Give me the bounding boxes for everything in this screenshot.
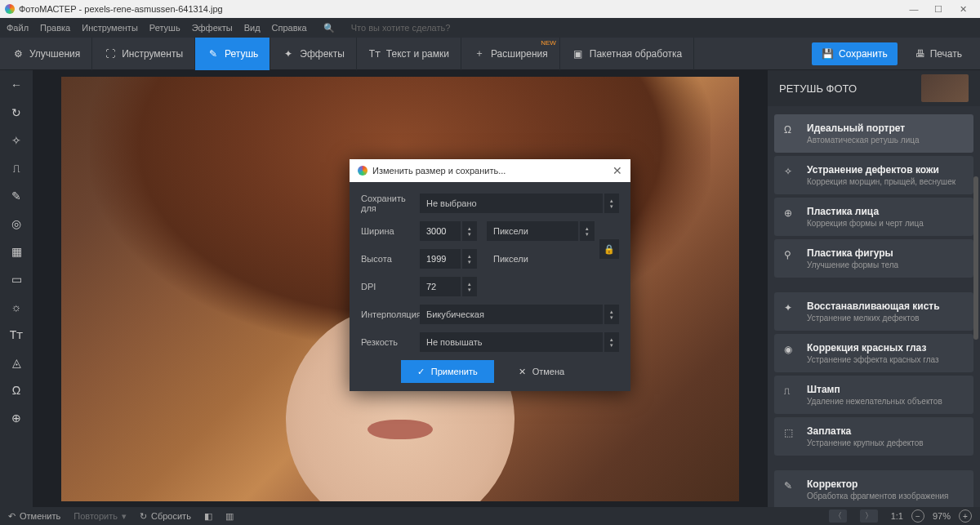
vignette-icon[interactable]: ▭ (8, 271, 24, 287)
spin-interp[interactable] (604, 305, 619, 324)
menu-help[interactable]: Справка (272, 23, 307, 33)
select-save-for[interactable]: Не выбрано (420, 194, 603, 213)
save-button[interactable]: 💾Сохранить (812, 42, 898, 65)
close-window-button[interactable]: ✕ (951, 4, 975, 15)
bucket-icon[interactable]: ◬ (8, 354, 24, 371)
split-icon: ▥ (225, 511, 234, 522)
split-button[interactable]: ▥ (225, 511, 234, 522)
body-icon: ⚲ (784, 249, 799, 264)
label-interp: Интерполяция (361, 309, 420, 319)
lock-aspect-button[interactable]: 🔒 (599, 239, 619, 259)
patch-icon: ⬚ (784, 427, 799, 442)
spin-height[interactable] (462, 249, 477, 269)
select-sharp[interactable]: Не повышать (420, 332, 603, 352)
select-unit-width[interactable]: Пиксели (487, 221, 578, 241)
item-skin-defects[interactable]: ✧Устранение дефектов кожиКоррекция морщи… (774, 156, 973, 194)
tab-extensions[interactable]: ＋РасширенияNEW (461, 38, 560, 70)
brush-tool-icon[interactable]: ✎ (8, 188, 24, 204)
item-patch[interactable]: ⬚ЗаплаткаУстранение крупных дефектов (774, 417, 973, 456)
back-icon[interactable]: ← (8, 77, 24, 93)
eye-icon: ◉ (784, 344, 799, 358)
dialog-logo-icon (358, 166, 368, 176)
input-height[interactable] (420, 249, 461, 269)
menu-file[interactable]: Файл (7, 23, 29, 33)
batch-icon: ▣ (572, 47, 585, 60)
reset-icon: ↻ (140, 511, 147, 522)
tab-retouch[interactable]: ✎Ретушь (195, 38, 270, 70)
brightness-icon[interactable]: ☼ (8, 299, 24, 315)
retouch-list[interactable]: ΩИдеальный портретАвтоматическая ретушь … (768, 106, 980, 507)
menu-bar: Файл Правка Инструменты Ретушь Эффекты В… (0, 18, 980, 38)
minimize-button[interactable]: — (902, 4, 926, 14)
item-body-sculpt[interactable]: ⚲Пластика фигурыУлучшение формы тела (774, 239, 973, 278)
spin-save-for[interactable] (604, 194, 619, 213)
preview-thumb (921, 74, 969, 102)
zoom-out-button[interactable]: − (911, 509, 924, 523)
apply-button[interactable]: ✓Применить (401, 360, 494, 383)
tab-batch[interactable]: ▣Пакетная обработка (560, 38, 694, 70)
spin-dpi[interactable] (462, 277, 477, 296)
dialog-titlebar[interactable]: Изменить размер и сохранить... ✕ (350, 159, 630, 182)
item-stamp[interactable]: ⎍ШтампУдаление нежелательных объектов (774, 376, 973, 414)
save-icon: 💾 (822, 48, 834, 60)
item-ideal-portrait[interactable]: ΩИдеальный портретАвтоматическая ретушь … (774, 114, 973, 153)
globe-icon[interactable]: ⊕ (8, 410, 24, 426)
menu-effects[interactable]: Эффекты (192, 23, 233, 33)
target-icon[interactable]: ◎ (8, 216, 24, 232)
rotate-icon[interactable]: ↻ (8, 105, 24, 121)
unit-height: Пиксели (487, 254, 560, 264)
grid-icon[interactable]: ▦ (8, 243, 24, 260)
next-image-button[interactable]: 〉 (860, 509, 878, 523)
undo-icon: ↶ (8, 511, 16, 522)
input-width[interactable] (420, 221, 461, 241)
window-titlebar: ФотоМАСТЕР - pexels-rene-asmussen-641314… (0, 0, 980, 18)
item-heal-brush[interactable]: ✦Восстанавливающая кистьУстранение мелки… (774, 292, 973, 331)
compare-icon: ◧ (204, 511, 212, 522)
prev-image-button[interactable]: 〈 (829, 509, 847, 523)
maximize-button[interactable]: ☐ (926, 4, 951, 15)
check-icon: ✓ (417, 367, 425, 377)
tab-tools[interactable]: ⛶Инструменты (92, 38, 195, 70)
spin-width[interactable] (462, 221, 477, 241)
spin-sharp[interactable] (604, 332, 619, 352)
spin-unit-width[interactable] (580, 221, 595, 241)
input-dpi[interactable] (420, 277, 461, 296)
zoom-in-button[interactable]: + (959, 509, 972, 523)
sparkle-icon: ✦ (282, 47, 295, 60)
tab-text[interactable]: TᴛТекст и рамки (357, 38, 461, 70)
face-icon[interactable]: Ω (8, 382, 24, 398)
plus-icon: ＋ (473, 47, 486, 60)
print-button[interactable]: 🖶Печать (906, 42, 972, 65)
item-red-eye[interactable]: ◉Коррекция красных глазУстранение эффект… (774, 334, 973, 372)
zoom-ratio[interactable]: 1:1 (891, 511, 903, 521)
tab-enhance[interactable]: ⚙Улучшения (0, 38, 92, 70)
compare-button[interactable]: ◧ (204, 511, 212, 522)
scrollbar[interactable] (973, 176, 978, 340)
label-save-for: Сохранить для (361, 194, 420, 213)
select-interp[interactable]: Бикубическая (420, 305, 603, 324)
dialog-close-button[interactable]: ✕ (612, 164, 622, 177)
menu-retouch[interactable]: Ретушь (149, 23, 180, 33)
menu-tools[interactable]: Инструменты (82, 23, 138, 33)
magic-icon[interactable]: ✧ (8, 132, 24, 149)
tab-effects[interactable]: ✦Эффекты (270, 38, 357, 70)
heal-icon: ✦ (784, 302, 799, 317)
undo-button[interactable]: ↶Отменить (8, 511, 60, 522)
item-face-sculpt[interactable]: ⊕Пластика лицаКоррекция формы и черт лиц… (774, 198, 973, 236)
text-tool-icon[interactable]: Tᴛ (8, 327, 24, 343)
redo-button[interactable]: Повторить▾ (74, 511, 127, 522)
menu-view[interactable]: Вид (244, 23, 261, 33)
search-input[interactable]: Что вы хотите сделать? (351, 23, 451, 33)
text-icon: Tᴛ (368, 47, 381, 60)
dialog-title: Изменить размер и сохранить... (372, 166, 506, 176)
reset-button[interactable]: ↻Сбросить (140, 511, 191, 522)
stamp-icon[interactable]: ⎍ (8, 160, 24, 176)
item-corrector[interactable]: ✎КорректорОбработка фрагментов изображен… (774, 470, 973, 507)
window-title: ФотоМАСТЕР - pexels-rene-asmussen-641314… (19, 4, 223, 14)
sliders-icon: ⚙ (11, 47, 24, 60)
cancel-button[interactable]: ✕Отмена (504, 360, 579, 383)
label-sharp: Резкость (361, 337, 420, 347)
label-dpi: DPI (361, 282, 420, 291)
menu-edit[interactable]: Правка (40, 23, 70, 33)
app-logo-icon (5, 4, 15, 14)
